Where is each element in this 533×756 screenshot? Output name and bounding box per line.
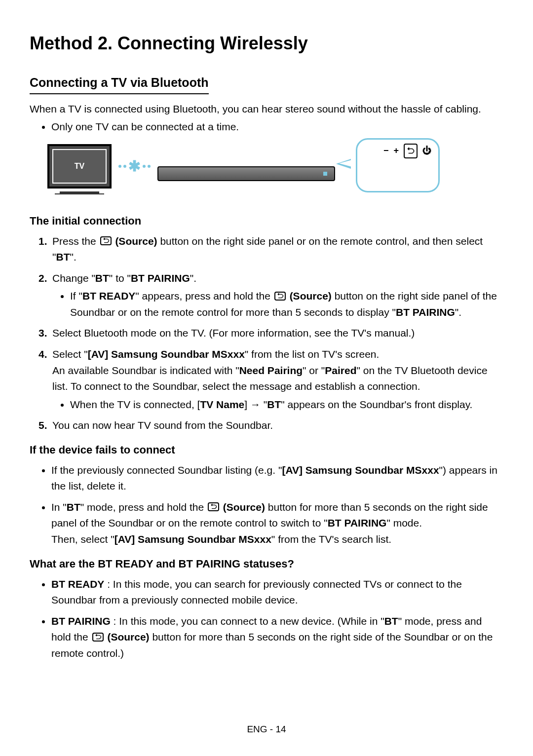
step-1: 1. Press the ⮌ (Source) button on the ri… <box>38 233 503 265</box>
subheading-fails: If the device fails to connect <box>30 442 503 458</box>
step-3: 3. Select Bluetooth mode on the TV. (For… <box>38 325 503 341</box>
intro-bullet: Only one TV can be connected at a time. <box>51 119 503 135</box>
power-icon: ⏻ <box>422 144 431 158</box>
subheading-statuses: What are the BT READY and BT PAIRING sta… <box>30 556 503 572</box>
connection-diagram: TV ✱ − + ⮌ ⏻ <box>47 138 503 195</box>
step-5: 5. You can now hear TV sound from the So… <box>38 417 503 434</box>
side-panel-illustration: − + ⮌ ⏻ <box>356 138 440 192</box>
fails-bullet-2: In "BT" mode, press and hold the ⮌ (Sour… <box>51 499 503 548</box>
volume-up-icon: + <box>393 144 399 158</box>
step-2: 2. Change "BT" to "BT PAIRING". If "BT R… <box>38 270 503 321</box>
tv-illustration: TV <box>47 144 112 189</box>
page-title: Method 2. Connecting Wirelessly <box>30 30 503 57</box>
status-bullet-pairing: BT PAIRING : In this mode, you can conne… <box>51 613 503 662</box>
subheading-initial: The initial connection <box>30 213 503 229</box>
intro-text: When a TV is connected using Bluetooth, … <box>30 101 503 117</box>
page-footer: ENG - 14 <box>0 722 533 736</box>
source-icon: ⮌ <box>100 236 112 245</box>
volume-down-icon: − <box>383 144 389 158</box>
step-4: 4. Select "[AV] Samsung Soundbar MSxxx" … <box>38 346 503 413</box>
bluetooth-signal-icon: ✱ <box>118 155 151 178</box>
fails-bullet-1: If the previously connected Soundbar lis… <box>51 462 503 494</box>
section-heading-bluetooth: Connecting a TV via Bluetooth <box>30 73 209 94</box>
status-bullet-ready: BT READY : In this mode, you can search … <box>51 576 503 608</box>
source-icon: ⮌ <box>274 292 286 301</box>
tv-label: TV <box>75 160 84 173</box>
source-icon: ⮌ <box>208 502 219 511</box>
source-icon: ⮌ <box>92 633 104 642</box>
step-4-sub: When the TV is connected, [TV Name] → "B… <box>70 397 503 413</box>
step-2-sub: If "BT READY" appears, press and hold th… <box>70 288 503 320</box>
soundbar-illustration <box>157 166 335 181</box>
source-button-icon: ⮌ <box>404 144 418 159</box>
